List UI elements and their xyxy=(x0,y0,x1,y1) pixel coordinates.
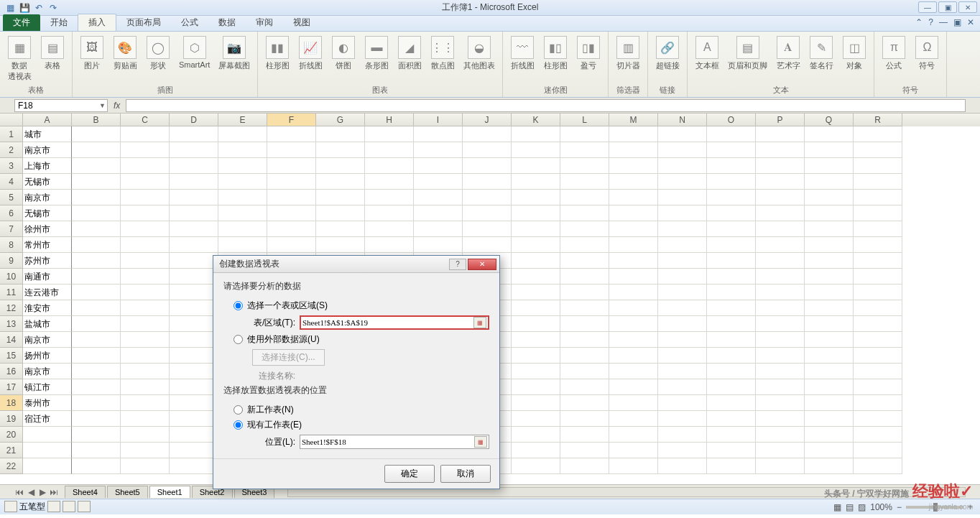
cell-M22[interactable] xyxy=(609,458,658,474)
cell-C22[interactable] xyxy=(121,458,170,474)
cell-R16[interactable] xyxy=(854,364,902,379)
tab-review[interactable]: 审阅 xyxy=(246,14,283,31)
cell-M17[interactable] xyxy=(609,379,658,395)
doc-restore-icon[interactable]: ▣ xyxy=(953,17,961,27)
cell-A21[interactable] xyxy=(23,443,72,458)
ok-button[interactable]: 确定 xyxy=(384,465,435,483)
cell-B2[interactable] xyxy=(72,142,121,158)
cell-D14[interactable] xyxy=(170,332,218,348)
cell-P1[interactable] xyxy=(756,126,805,142)
cell-E6[interactable] xyxy=(218,205,267,221)
row-header-2[interactable]: 2 xyxy=(0,142,23,158)
cell-D11[interactable] xyxy=(170,285,218,300)
cell-M4[interactable] xyxy=(609,174,658,190)
cell-P5[interactable] xyxy=(756,190,805,205)
cell-E7[interactable] xyxy=(218,221,267,237)
cell-D5[interactable] xyxy=(170,190,218,205)
cell-N14[interactable] xyxy=(658,332,707,348)
cell-R7[interactable] xyxy=(854,221,902,237)
cell-G7[interactable] xyxy=(316,221,365,237)
table-button[interactable]: ▤表格 xyxy=(37,34,68,73)
cell-O14[interactable] xyxy=(707,332,756,348)
cell-A8[interactable]: 常州市 xyxy=(23,237,72,253)
cell-L6[interactable] xyxy=(560,205,609,221)
maximize-button[interactable]: ▣ xyxy=(938,1,957,13)
cell-L15[interactable] xyxy=(560,348,609,364)
cell-D15[interactable] xyxy=(170,348,218,364)
cell-C14[interactable] xyxy=(121,332,170,348)
radio-external[interactable]: 使用外部数据源(U) xyxy=(223,332,489,347)
radio-existing-sheet-input[interactable] xyxy=(234,420,243,430)
row-header-16[interactable]: 16 xyxy=(0,364,23,379)
cell-L17[interactable] xyxy=(560,379,609,395)
cell-D3[interactable] xyxy=(170,158,218,174)
cell-D8[interactable] xyxy=(170,237,218,253)
pie-chart-button[interactable]: ◐饼图 xyxy=(328,34,359,73)
cell-M5[interactable] xyxy=(609,190,658,205)
col-header-A[interactable]: A xyxy=(23,114,72,126)
cell-L4[interactable] xyxy=(560,174,609,190)
cell-P11[interactable] xyxy=(756,285,805,300)
row-header-20[interactable]: 20 xyxy=(0,427,23,443)
help-icon[interactable]: ? xyxy=(928,17,933,27)
cell-E3[interactable] xyxy=(218,158,267,174)
cell-P2[interactable] xyxy=(756,142,805,158)
undo-icon[interactable]: ↶ xyxy=(33,2,45,14)
cell-F1[interactable] xyxy=(267,126,316,142)
cell-C4[interactable] xyxy=(121,174,170,190)
cell-P9[interactable] xyxy=(756,253,805,269)
cell-R8[interactable] xyxy=(854,237,902,253)
cell-O11[interactable] xyxy=(707,285,756,300)
cell-L14[interactable] xyxy=(560,332,609,348)
cell-D21[interactable] xyxy=(170,443,218,458)
cell-N20[interactable] xyxy=(658,427,707,443)
cell-O6[interactable] xyxy=(707,205,756,221)
radio-select-range-input[interactable] xyxy=(234,301,243,310)
radio-new-sheet-input[interactable] xyxy=(234,405,243,415)
cell-N4[interactable] xyxy=(658,174,707,190)
sheet-tab-4[interactable]: Sheet4 xyxy=(65,486,106,498)
shapes-button[interactable]: ◯形状 xyxy=(143,34,173,73)
cell-O17[interactable] xyxy=(707,379,756,395)
cell-J7[interactable] xyxy=(463,221,512,237)
cell-Q19[interactable] xyxy=(805,411,854,427)
cell-Q1[interactable] xyxy=(805,126,854,142)
cell-L10[interactable] xyxy=(560,269,609,285)
close-button[interactable]: ✕ xyxy=(958,1,977,13)
cell-K4[interactable] xyxy=(512,174,560,190)
cell-K22[interactable] xyxy=(512,458,560,474)
cell-Q10[interactable] xyxy=(805,269,854,285)
cell-K3[interactable] xyxy=(512,158,560,174)
row-header-10[interactable]: 10 xyxy=(0,269,23,285)
cell-Q16[interactable] xyxy=(805,364,854,379)
cell-J8[interactable] xyxy=(463,237,512,253)
cell-C16[interactable] xyxy=(121,364,170,379)
cell-I6[interactable] xyxy=(414,205,463,221)
cell-M15[interactable] xyxy=(609,348,658,364)
cell-A14[interactable]: 南京市 xyxy=(23,332,72,348)
cell-B12[interactable] xyxy=(72,300,121,316)
cell-R19[interactable] xyxy=(854,411,902,427)
cell-K19[interactable] xyxy=(512,411,560,427)
row-header-1[interactable]: 1 xyxy=(0,126,23,142)
cell-O3[interactable] xyxy=(707,158,756,174)
cell-M18[interactable] xyxy=(609,395,658,411)
cell-M7[interactable] xyxy=(609,221,658,237)
object-button[interactable]: ◫对象 xyxy=(839,34,869,73)
cell-P21[interactable] xyxy=(756,443,805,458)
cell-E5[interactable] xyxy=(218,190,267,205)
cell-Q3[interactable] xyxy=(805,158,854,174)
cell-F5[interactable] xyxy=(267,190,316,205)
cell-M8[interactable] xyxy=(609,237,658,253)
row-header-14[interactable]: 14 xyxy=(0,332,23,348)
cell-C3[interactable] xyxy=(121,158,170,174)
clipart-button[interactable]: 🎨剪贴画 xyxy=(110,34,140,73)
cell-R18[interactable] xyxy=(854,395,902,411)
cell-J2[interactable] xyxy=(463,142,512,158)
cell-E4[interactable] xyxy=(218,174,267,190)
cell-P16[interactable] xyxy=(756,364,805,379)
cell-O19[interactable] xyxy=(707,411,756,427)
radio-external-input[interactable] xyxy=(234,335,243,344)
cell-A1[interactable]: 城市 xyxy=(23,126,72,142)
cell-G8[interactable] xyxy=(316,237,365,253)
